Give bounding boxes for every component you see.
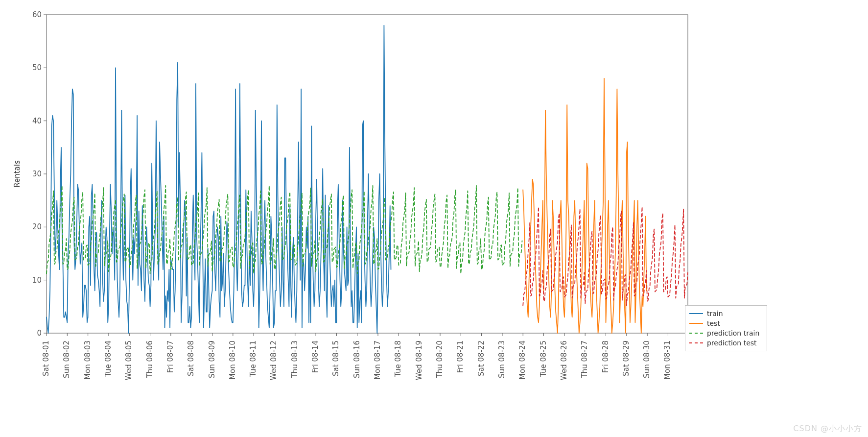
svg-text:0: 0 [37,329,42,338]
svg-text:60: 60 [32,10,42,19]
svg-text:Tue 08-25: Tue 08-25 [539,340,548,377]
svg-text:Sat 08-29: Sat 08-29 [622,340,631,376]
svg-text:Mon 08-31: Mon 08-31 [663,340,672,380]
svg-text:Sun 08-30: Sun 08-30 [642,340,651,378]
svg-text:Wed 08-19: Wed 08-19 [415,340,423,380]
chart-container: 0102030405060RentalsSat 08-01Sun 08-02Mo… [0,0,868,437]
svg-text:Thu 08-13: Thu 08-13 [290,340,299,379]
svg-text:Tue 08-11: Tue 08-11 [249,340,258,377]
svg-text:Mon 08-10: Mon 08-10 [228,340,237,380]
legend: train test prediction train prediction t… [685,305,767,351]
svg-text:50: 50 [32,63,42,72]
svg-text:Thu 08-20: Thu 08-20 [435,340,444,379]
legend-label: prediction test [707,339,757,347]
legend-item-test: test [689,318,763,328]
legend-label: test [707,319,720,327]
legend-label: train [707,310,723,317]
svg-text:Fri 08-28: Fri 08-28 [601,340,610,373]
svg-text:Fri 08-14: Fri 08-14 [311,340,320,373]
svg-text:Sat 08-08: Sat 08-08 [187,340,195,376]
chart-svg: 0102030405060RentalsSat 08-01Sun 08-02Mo… [0,0,868,437]
svg-text:Sat 08-01: Sat 08-01 [42,340,50,376]
svg-text:Tue 08-04: Tue 08-04 [104,340,113,377]
svg-text:Fri 08-21: Fri 08-21 [456,340,465,373]
svg-text:Sun 08-16: Sun 08-16 [352,340,361,378]
svg-text:10: 10 [32,276,42,285]
svg-text:Mon 08-24: Mon 08-24 [518,340,527,380]
svg-text:30: 30 [32,170,42,178]
svg-text:Sun 08-02: Sun 08-02 [62,340,71,378]
watermark: CSDN @小小小方 [793,424,862,434]
legend-item-train: train [689,309,763,318]
svg-text:Sun 08-09: Sun 08-09 [208,340,216,378]
svg-text:Wed 08-05: Wed 08-05 [124,340,133,380]
svg-text:Wed 08-12: Wed 08-12 [269,340,278,380]
legend-item-pred-test: prediction test [689,338,763,348]
svg-text:Wed 08-26: Wed 08-26 [560,340,568,380]
legend-swatch-pred-test [689,342,703,343]
svg-text:Mon 08-03: Mon 08-03 [83,340,92,380]
svg-text:20: 20 [32,222,42,231]
svg-text:Thu 08-06: Thu 08-06 [145,340,154,379]
svg-text:Tue 08-18: Tue 08-18 [394,340,402,377]
legend-swatch-test [689,323,703,324]
legend-item-pred-train: prediction train [689,328,763,338]
svg-text:Sun 08-23: Sun 08-23 [497,340,506,378]
legend-label: prediction train [707,329,759,337]
svg-text:Fri 08-07: Fri 08-07 [166,340,175,373]
legend-swatch-train [689,313,703,314]
svg-text:Mon 08-17: Mon 08-17 [373,340,382,380]
svg-text:Thu 08-27: Thu 08-27 [580,340,589,379]
svg-text:Sat 08-15: Sat 08-15 [331,340,340,376]
svg-text:40: 40 [32,117,42,125]
svg-text:Rentals: Rentals [13,160,22,188]
legend-swatch-pred-train [689,333,703,334]
svg-text:Sat 08-22: Sat 08-22 [477,340,486,376]
